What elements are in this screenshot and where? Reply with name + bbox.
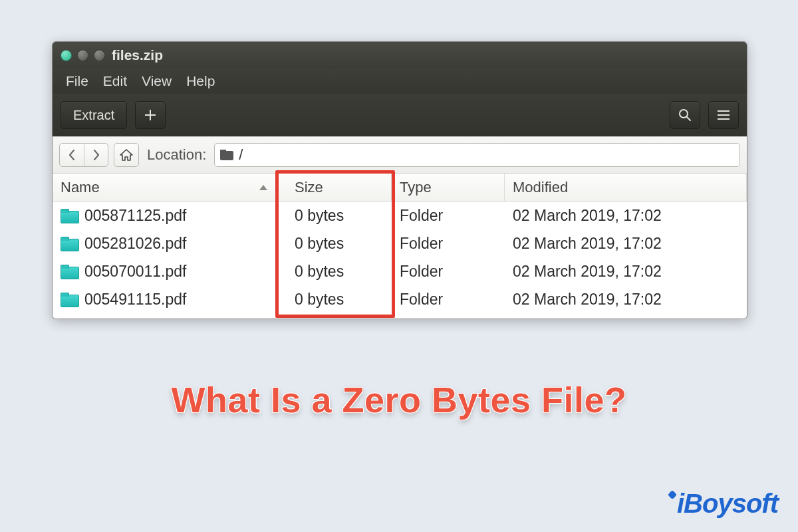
column-header-size[interactable]: Size (279, 174, 392, 201)
menubar: File Edit View Help (53, 68, 747, 94)
nav-back-button[interactable] (60, 144, 84, 166)
file-name: 005070011.pdf (84, 263, 187, 281)
maximize-window-button[interactable] (94, 50, 105, 61)
cell-modified: 02 March 2019, 17:02 (505, 207, 747, 225)
table-row[interactable]: 005281026.pdf0 bytesFolder02 March 2019,… (53, 229, 747, 257)
svg-point-0 (680, 110, 688, 118)
brand-logo: iBoysoft (669, 489, 778, 519)
archive-window: files.zip File Edit View Help Extract (52, 41, 747, 319)
file-name: 005491115.pdf (84, 291, 187, 309)
cell-size: 0 bytes (279, 291, 392, 309)
titlebar: files.zip (53, 42, 747, 68)
menu-view[interactable]: View (135, 70, 178, 92)
brand-dot-icon (668, 490, 677, 499)
file-name: 005281026.pdf (84, 235, 187, 253)
folder-icon (61, 237, 78, 250)
cell-type: Folder (392, 235, 505, 253)
hamburger-menu-button[interactable] (708, 101, 739, 129)
add-button[interactable] (135, 101, 166, 129)
table-row[interactable]: 005070011.pdf0 bytesFolder02 March 2019,… (53, 257, 747, 285)
file-name: 005871125.pdf (84, 207, 187, 225)
folder-icon (220, 150, 233, 160)
window-title: files.zip (112, 47, 163, 63)
caption-text: What Is a Zero Bytes File? (171, 379, 626, 420)
cell-modified: 02 March 2019, 17:02 (505, 263, 747, 281)
file-table: Name Size Type Modified 005871125.pdf0 b… (53, 174, 747, 319)
cell-name: 005070011.pdf (53, 263, 279, 281)
folder-icon (61, 265, 78, 278)
plus-icon (144, 109, 156, 121)
search-icon (678, 108, 692, 122)
folder-icon (61, 293, 78, 306)
toolbar: Extract (53, 94, 747, 136)
column-header-name[interactable]: Name (53, 174, 279, 201)
chevron-left-icon (68, 150, 75, 160)
cell-name: 005491115.pdf (53, 291, 279, 309)
table-row[interactable]: 005491115.pdf0 bytesFolder02 March 2019,… (53, 285, 747, 313)
cell-type: Folder (392, 207, 505, 225)
location-bar: Location: / (53, 136, 747, 174)
nav-group (59, 143, 108, 167)
cell-size: 0 bytes (279, 207, 392, 225)
cell-modified: 02 March 2019, 17:02 (505, 235, 747, 253)
chevron-right-icon (93, 150, 100, 160)
home-icon (120, 149, 133, 161)
table-header: Name Size Type Modified (53, 174, 747, 201)
extract-button[interactable]: Extract (61, 101, 127, 129)
menu-file[interactable]: File (59, 70, 95, 92)
table-row[interactable]: 005871125.pdf0 bytesFolder02 March 2019,… (53, 201, 747, 229)
home-button[interactable] (114, 143, 139, 167)
cell-name: 005871125.pdf (53, 207, 279, 225)
column-header-type[interactable]: Type (392, 174, 505, 201)
location-input[interactable]: / (214, 143, 740, 167)
cell-modified: 02 March 2019, 17:02 (505, 291, 747, 309)
location-path: / (239, 146, 243, 164)
column-header-modified[interactable]: Modified (505, 174, 747, 201)
cell-type: Folder (392, 291, 505, 309)
menu-edit[interactable]: Edit (96, 70, 134, 92)
cell-size: 0 bytes (279, 235, 392, 253)
folder-icon (61, 209, 78, 222)
nav-forward-button[interactable] (84, 144, 108, 166)
hamburger-icon (718, 110, 730, 120)
location-label: Location: (144, 146, 209, 164)
search-button[interactable] (670, 101, 700, 129)
cell-size: 0 bytes (279, 263, 392, 281)
minimize-window-button[interactable] (77, 50, 88, 61)
close-window-button[interactable] (61, 50, 72, 61)
cell-name: 005281026.pdf (53, 235, 279, 253)
brand-text: iBoysoft (677, 489, 778, 519)
window-controls (61, 50, 105, 61)
table-body: 005871125.pdf0 bytesFolder02 March 2019,… (53, 201, 747, 313)
menu-help[interactable]: Help (180, 70, 221, 92)
cell-type: Folder (392, 263, 505, 281)
